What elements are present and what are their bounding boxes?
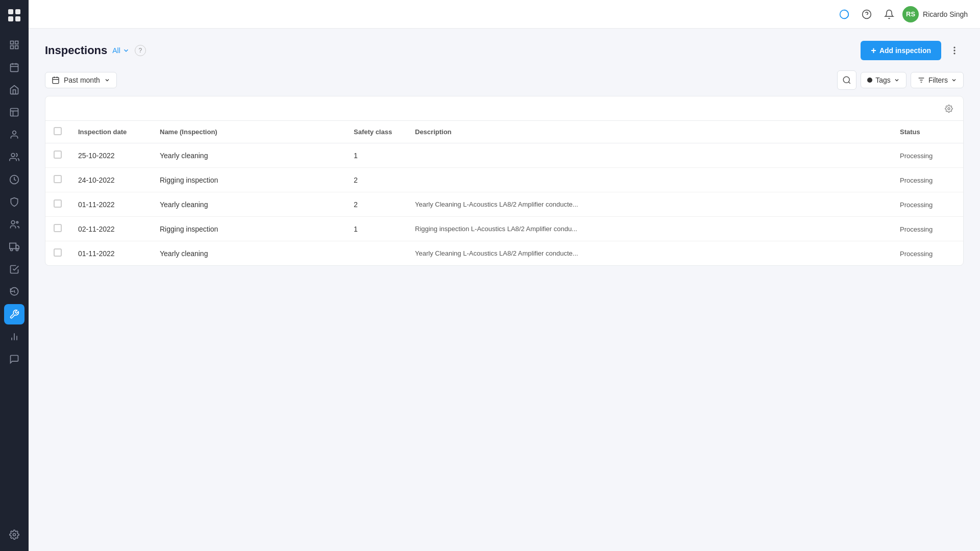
- th-safety-class: Safety class: [346, 121, 407, 143]
- table-settings-icon[interactable]: [941, 101, 957, 117]
- row-date-0: 25-10-2022: [70, 143, 152, 168]
- svg-point-16: [11, 154, 15, 157]
- sidebar-item-calendar[interactable]: [4, 57, 24, 78]
- row-status-4: Processing: [892, 241, 963, 266]
- add-inspection-button[interactable]: + Add inspection: [861, 41, 941, 60]
- notifications-icon[interactable]: [880, 5, 898, 23]
- row-name-3: Rigging inspection: [152, 217, 346, 241]
- sidebar-item-safety[interactable]: [4, 192, 24, 212]
- svg-rect-2: [8, 16, 13, 21]
- row-checkbox-cell-0[interactable]: [45, 143, 70, 168]
- sidebar-item-logistics[interactable]: [4, 237, 24, 257]
- sidebar-item-dashboard[interactable]: [4, 35, 24, 55]
- filter-right: Tags Filters: [837, 70, 964, 90]
- sidebar-item-team[interactable]: [4, 214, 24, 235]
- date-filter-button[interactable]: Past month: [45, 72, 117, 88]
- select-all-checkbox[interactable]: [54, 127, 62, 135]
- sidebar-item-tasks[interactable]: [4, 259, 24, 280]
- page-header: Inspections All ? + Add inspection: [45, 41, 964, 60]
- avatar[interactable]: RS: [902, 6, 919, 22]
- main-content: Inspections All ? + Add inspection: [29, 29, 980, 551]
- app-logo: [5, 6, 23, 24]
- svg-rect-34: [53, 78, 59, 84]
- tag-dot-icon: [867, 78, 872, 83]
- row-safety-3: 1: [346, 217, 407, 241]
- theme-toggle-icon[interactable]: [835, 5, 853, 23]
- svg-rect-5: [15, 41, 18, 44]
- filter-all-label: All: [112, 46, 120, 55]
- sidebar-item-finance[interactable]: [4, 169, 24, 190]
- th-select-all[interactable]: [45, 121, 70, 143]
- row-checkbox-1[interactable]: [54, 175, 62, 183]
- filters-row: Past month Tags Filters: [45, 70, 964, 90]
- row-date-1: 24-10-2022: [70, 168, 152, 192]
- tags-filter-button[interactable]: Tags: [861, 72, 906, 88]
- inspections-table-container: Inspection date Name (Inspection) Safety…: [45, 96, 964, 266]
- tags-label: Tags: [875, 76, 891, 84]
- row-checkbox-cell-1[interactable]: [45, 168, 70, 192]
- svg-rect-8: [11, 64, 18, 71]
- svg-rect-20: [10, 243, 16, 249]
- page-help-icon[interactable]: ?: [135, 45, 146, 56]
- row-status-0: Processing: [892, 143, 963, 168]
- row-safety-2: 2: [346, 192, 407, 217]
- sidebar-item-home[interactable]: [4, 80, 24, 100]
- row-status-3: Processing: [892, 217, 963, 241]
- add-icon: +: [871, 46, 876, 55]
- sidebar-item-analytics[interactable]: [4, 327, 24, 347]
- th-inspection-date: Inspection date: [70, 121, 152, 143]
- row-date-2: 01-11-2022: [70, 192, 152, 217]
- row-name-4: Yearly cleaning: [152, 241, 346, 266]
- row-checkbox-3[interactable]: [54, 224, 62, 232]
- filter-all-dropdown[interactable]: All: [112, 46, 130, 55]
- sidebar-item-reports[interactable]: [4, 102, 24, 122]
- more-options-button[interactable]: [945, 41, 964, 60]
- table-row[interactable]: 01-11-2022 Yearly cleaning Yearly Cleani…: [45, 241, 963, 266]
- row-checkbox-cell-3[interactable]: [45, 217, 70, 241]
- row-description-2: Yearly Cleaning L-Acoustics LA8/2 Amplif…: [407, 192, 892, 217]
- sidebar-item-messages[interactable]: [4, 349, 24, 369]
- page-actions: + Add inspection: [861, 41, 964, 60]
- help-icon[interactable]: [857, 5, 876, 23]
- row-checkbox-4[interactable]: [54, 248, 62, 257]
- table-toolbar: [45, 96, 963, 121]
- svg-rect-4: [11, 41, 14, 44]
- table-body: 25-10-2022 Yearly cleaning 1 Processing …: [45, 143, 963, 266]
- svg-rect-0: [8, 9, 13, 14]
- row-date-4: 01-11-2022: [70, 241, 152, 266]
- row-safety-1: 2: [346, 168, 407, 192]
- sidebar-item-settings[interactable]: [4, 524, 24, 545]
- search-button[interactable]: [837, 70, 856, 90]
- sidebar-item-history[interactable]: [4, 282, 24, 302]
- sidebar: [0, 0, 29, 551]
- row-checkbox-cell-2[interactable]: [45, 192, 70, 217]
- svg-point-38: [844, 77, 850, 83]
- sidebar-item-user[interactable]: [4, 124, 24, 145]
- row-checkbox-cell-4[interactable]: [45, 241, 70, 266]
- filters-button[interactable]: Filters: [911, 72, 964, 88]
- row-date-3: 02-11-2022: [70, 217, 152, 241]
- svg-point-32: [954, 50, 955, 51]
- row-status-2: Processing: [892, 192, 963, 217]
- topbar: RS Ricardo Singh: [29, 0, 980, 29]
- table-row[interactable]: 01-11-2022 Yearly cleaning 2 Yearly Clea…: [45, 192, 963, 217]
- svg-point-31: [954, 47, 955, 48]
- row-description-4: Yearly Cleaning L-Acoustics LA8/2 Amplif…: [407, 241, 892, 266]
- svg-rect-1: [15, 9, 20, 14]
- row-checkbox-2[interactable]: [54, 199, 62, 208]
- svg-line-39: [849, 82, 850, 83]
- date-filter-label: Past month: [64, 76, 100, 84]
- table-row[interactable]: 25-10-2022 Yearly cleaning 1 Processing: [45, 143, 963, 168]
- row-safety-4: [346, 241, 407, 266]
- topbar-username[interactable]: Ricardo Singh: [923, 10, 968, 18]
- filters-label: Filters: [928, 76, 948, 84]
- svg-point-23: [16, 248, 18, 251]
- svg-point-43: [948, 108, 950, 110]
- sidebar-item-inspections[interactable]: [4, 304, 24, 324]
- table-row[interactable]: 24-10-2022 Rigging inspection 2 Processi…: [45, 168, 963, 192]
- row-name-0: Yearly cleaning: [152, 143, 346, 168]
- table-row[interactable]: 02-11-2022 Rigging inspection 1 Rigging …: [45, 217, 963, 241]
- row-description-1: [407, 168, 892, 192]
- row-checkbox-0[interactable]: [54, 151, 62, 159]
- sidebar-item-contacts[interactable]: [4, 147, 24, 167]
